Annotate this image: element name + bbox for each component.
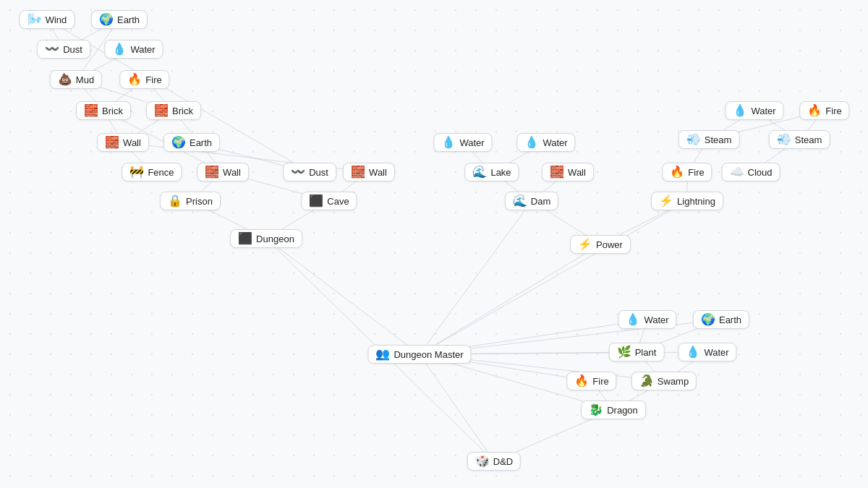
node-dam1[interactable]: 🌊Dam	[505, 192, 558, 210]
node-water2[interactable]: 💧Water	[433, 133, 492, 152]
node-label-dnd1: D&D	[493, 456, 513, 467]
node-icon-fire2: 🔥	[807, 105, 822, 116]
node-icon-lightning1: ⚡	[659, 195, 673, 207]
node-dungeon1[interactable]: ⬛Dungeon	[230, 229, 302, 248]
node-wall1[interactable]: 🧱Wall	[97, 133, 149, 152]
node-icon-earth2: 🌍	[171, 137, 186, 148]
node-label-fence1: Fence	[148, 167, 174, 178]
svg-line-34	[266, 239, 420, 354]
node-icon-mud1: 💩	[58, 74, 72, 85]
node-label-mud1: Mud	[76, 74, 94, 85]
svg-line-37	[420, 201, 687, 354]
node-label-prison1: Prison	[186, 196, 213, 207]
node-earth1[interactable]: 🌍Earth	[91, 10, 148, 29]
node-icon-water6: 💧	[686, 346, 700, 358]
node-icon-water1: 💧	[112, 43, 127, 55]
node-label-dungeon1: Dungeon	[256, 234, 294, 244]
node-icon-wall4: 🧱	[550, 166, 564, 178]
node-dragon1[interactable]: 🐉Dragon	[581, 401, 646, 419]
node-label-fire4: Fire	[592, 376, 608, 387]
node-earth2[interactable]: 🌍Earth	[163, 133, 220, 152]
node-icon-power1: ⚡	[578, 239, 592, 250]
node-icon-prison1: 🔒	[168, 195, 182, 207]
node-prison1[interactable]: 🔒Prison	[160, 192, 221, 210]
node-water6[interactable]: 💧Water	[678, 343, 736, 361]
node-wall4[interactable]: 🧱Wall	[542, 163, 594, 181]
node-cave1[interactable]: ⬛Cave	[301, 192, 357, 210]
node-label-fire3: Fire	[688, 167, 704, 178]
node-power1[interactable]: ⚡Power	[570, 235, 631, 254]
node-label-earth2: Earth	[190, 137, 212, 148]
node-fire4[interactable]: 🔥Fire	[566, 372, 616, 390]
node-mud1[interactable]: 💩Mud	[50, 70, 102, 89]
node-label-earth1: Earth	[117, 14, 140, 25]
node-icon-wall3: 🧱	[351, 166, 365, 178]
node-label-dungeonmaster1: Dungeon Master	[393, 349, 463, 360]
node-cloud1[interactable]: ☁️Cloud	[722, 163, 780, 181]
node-icon-fire1: 🔥	[127, 74, 142, 85]
node-icon-dnd1: 🎲	[475, 455, 490, 467]
node-wall2[interactable]: 🧱Wall	[197, 163, 249, 181]
node-icon-wind1: 🌬️	[27, 14, 42, 25]
node-label-fire1: Fire	[145, 74, 161, 85]
node-earth3[interactable]: 🌍Earth	[693, 310, 749, 329]
svg-line-35	[420, 201, 532, 354]
node-icon-wall1: 🧱	[105, 137, 119, 148]
node-icon-steam1: 💨	[686, 134, 701, 145]
node-brick2[interactable]: 🧱Brick	[146, 101, 201, 120]
node-steam1[interactable]: 💨Steam	[678, 130, 740, 149]
node-water1[interactable]: 💧Water	[104, 40, 163, 59]
node-label-water5: Water	[644, 314, 668, 325]
node-lightning1[interactable]: ⚡Lightning	[651, 192, 723, 210]
node-dust2[interactable]: 〰️Dust	[283, 163, 336, 181]
node-water4[interactable]: 💧Water	[725, 101, 783, 120]
node-lake1[interactable]: 🌊Lake	[464, 163, 519, 181]
node-icon-water4: 💧	[733, 105, 747, 116]
node-icon-fire4: 🔥	[574, 375, 589, 387]
node-icon-dam1: 🌊	[513, 195, 527, 207]
node-label-wall1: Wall	[123, 137, 141, 148]
node-icon-wall2: 🧱	[205, 166, 219, 178]
svg-line-36	[420, 244, 600, 354]
node-dungeonmaster1[interactable]: 👥Dungeon Master	[367, 345, 471, 364]
node-plant1[interactable]: 🌿Plant	[609, 343, 665, 361]
node-fire1[interactable]: 🔥Fire	[119, 70, 169, 89]
node-label-water3: Water	[542, 137, 567, 148]
node-icon-fire3: 🔥	[670, 166, 684, 178]
node-icon-lake1: 🌊	[472, 166, 487, 178]
node-icon-dust1: 〰️	[45, 43, 59, 55]
node-icon-water3: 💧	[524, 137, 539, 148]
node-fire3[interactable]: 🔥Fire	[662, 163, 712, 181]
node-label-steam2: Steam	[795, 134, 822, 145]
node-label-water4: Water	[751, 106, 775, 116]
node-icon-cloud1: ☁️	[730, 166, 744, 178]
node-wall3[interactable]: 🧱Wall	[343, 163, 395, 181]
node-label-wall3: Wall	[369, 167, 387, 178]
node-icon-earth3: 🌍	[701, 314, 715, 325]
node-water3[interactable]: 💧Water	[516, 133, 575, 152]
node-label-fire2: Fire	[825, 106, 841, 116]
node-fire2[interactable]: 🔥Fire	[799, 101, 849, 120]
node-icon-dust2: 〰️	[291, 166, 305, 178]
node-swamp1[interactable]: 🐊Swamp	[631, 372, 697, 390]
node-icon-water2: 💧	[441, 137, 456, 148]
node-label-dragon1: Dragon	[607, 405, 638, 416]
node-label-wind1: Wind	[46, 14, 67, 25]
node-icon-plant1: 🌿	[617, 346, 631, 358]
node-label-earth3: Earth	[719, 314, 741, 325]
node-label-cloud1: Cloud	[748, 167, 773, 178]
node-brick1[interactable]: 🧱Brick	[76, 101, 131, 120]
node-label-plant1: Plant	[635, 347, 657, 358]
node-label-lake1: Lake	[490, 167, 511, 178]
node-water5[interactable]: 💧Water	[618, 310, 676, 329]
node-label-water1: Water	[130, 44, 155, 55]
node-dnd1[interactable]: 🎲D&D	[467, 452, 521, 471]
node-fence1[interactable]: 🚧Fence	[122, 163, 182, 181]
node-icon-dragon1: 🐉	[589, 404, 603, 416]
node-steam2[interactable]: 💨Steam	[769, 130, 830, 149]
node-label-cave1: Cave	[327, 196, 349, 207]
node-label-brick1: Brick	[102, 106, 123, 116]
node-label-dam1: Dam	[531, 196, 550, 207]
node-wind1[interactable]: 🌬️Wind	[20, 10, 75, 29]
node-dust1[interactable]: 〰️Dust	[37, 40, 90, 59]
